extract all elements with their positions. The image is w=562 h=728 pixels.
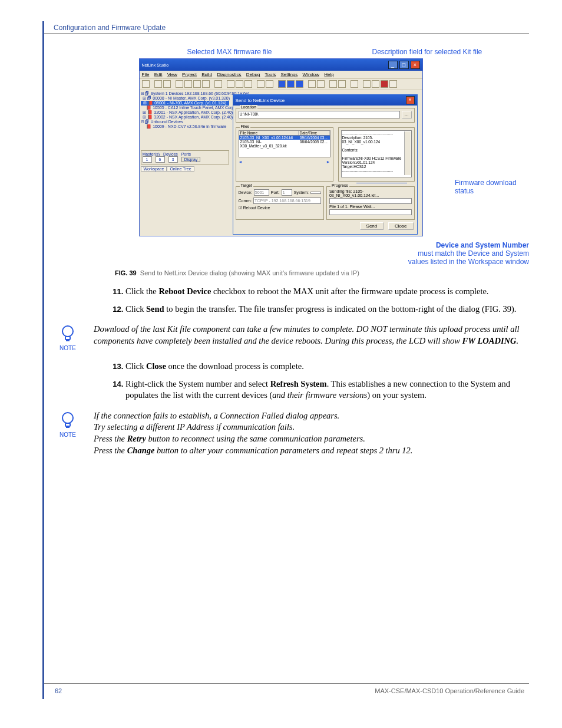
figure-caption: FIG. 39 Send to NetLinx Device dialog (s… xyxy=(115,269,529,276)
toolbar-icon[interactable] xyxy=(244,80,252,88)
menu-diagnostics[interactable]: Diagnostics xyxy=(217,72,241,77)
toolbar-icon[interactable] xyxy=(338,80,346,88)
device-field[interactable]: 5001 xyxy=(254,189,269,196)
list-row-selected[interactable]: 2105-03_NI_X00_v1.00.124.kit 09/16/2004 … xyxy=(239,136,330,140)
tree-unbound[interactable]: ⊟ 🗐 Unbound Devices xyxy=(141,120,229,124)
callout-firmware-status: Firmware download status xyxy=(455,179,529,195)
svg-rect-4 xyxy=(65,423,70,426)
col-datetime[interactable]: Date/Time xyxy=(299,131,330,135)
menu-debug[interactable]: Debug xyxy=(246,72,260,77)
col-filename[interactable]: File Name xyxy=(239,131,299,135)
toolbar-icon[interactable] xyxy=(163,80,171,88)
callout-description: Description field for selected Kit file xyxy=(361,48,530,56)
workspace-tree: ⊟ 🗐 System 1 Devices 192.168.168.66 (60:… xyxy=(140,90,230,232)
app-title: NetLinx Studio xyxy=(142,63,169,67)
description-box: ----------------------------------------… xyxy=(341,130,412,177)
toolbar-icon[interactable] xyxy=(257,80,265,88)
toolbar xyxy=(140,79,422,90)
close-icon[interactable]: × xyxy=(411,61,420,69)
scroll-left-icon[interactable]: ◄ xyxy=(239,160,243,164)
toolbar-icon[interactable] xyxy=(381,80,388,88)
progress-bar xyxy=(329,209,412,215)
tab-workspace[interactable]: Workspace xyxy=(141,166,167,172)
toolbar-icon[interactable] xyxy=(193,80,201,88)
page-footer: 62 MAX-CSE/MAX-CSD10 Operation/Reference… xyxy=(44,683,529,694)
toolbar-icon[interactable] xyxy=(266,80,273,88)
toolbar-icon[interactable] xyxy=(236,80,243,88)
svg-rect-1 xyxy=(65,337,70,340)
app-window: NetLinx Studio _ □ × File Edit View Proj… xyxy=(139,58,423,236)
display-button[interactable]: Display xyxy=(181,157,201,162)
port-field[interactable]: 1 xyxy=(282,189,292,196)
tab-online-tree[interactable]: Online Tree xyxy=(167,166,194,172)
location-group: Location U:\NI-700\ ... xyxy=(236,108,415,123)
step-11: Click the Reboot Device checkbox to rebo… xyxy=(125,286,529,298)
toolbar-icon[interactable] xyxy=(227,80,234,88)
system-field[interactable] xyxy=(310,192,321,194)
toolbar-icon[interactable] xyxy=(389,80,397,88)
scrollbar[interactable] xyxy=(404,131,411,175)
menu-build[interactable]: Build xyxy=(201,72,212,77)
toolbar-icon[interactable] xyxy=(308,80,316,88)
toolbar-icon[interactable] xyxy=(363,80,371,88)
toolbar-icon[interactable] xyxy=(278,80,286,88)
files-group: Files File Name Date/Time 2105-03_NI_X00… xyxy=(236,127,333,182)
location-field[interactable]: U:\NI-700\ xyxy=(239,111,400,118)
dialog-title: Send to NetLinx Device xyxy=(236,98,285,103)
toolbar-icon[interactable] xyxy=(329,80,337,88)
menu-window[interactable]: Window xyxy=(303,72,319,77)
menu-help[interactable]: Help xyxy=(324,72,333,77)
dialog-close-icon[interactable]: × xyxy=(406,96,415,104)
devices-field[interactable]: 6 xyxy=(156,156,165,163)
files-listbox[interactable]: File Name Date/Time 2105-03_NI_X00_v1.00… xyxy=(239,130,330,157)
step-14: Right-click the System number and select… xyxy=(125,378,529,401)
dialog-titlebar: Send to NetLinx Device × xyxy=(233,95,417,106)
close-button[interactable]: Close xyxy=(388,222,413,230)
toolbar-icon[interactable] xyxy=(317,80,325,88)
ports-field[interactable]: 3 xyxy=(168,156,178,163)
target-legend: Target xyxy=(240,183,253,187)
comm-field: TCP/IP - 192.168.168.66:1319 xyxy=(253,197,321,204)
scroll-right-icon[interactable]: ► xyxy=(326,160,330,164)
progress-legend: Progress xyxy=(330,183,349,187)
send-button[interactable]: Send xyxy=(360,222,384,230)
page-header: Configuration and Firmware Update xyxy=(44,21,529,34)
toolbar-icon[interactable] xyxy=(296,80,303,88)
tree-item[interactable]: 📕 10009 - NXD-CV7 v2.56.84e in firmware xyxy=(141,124,229,129)
browse-button[interactable]: ... xyxy=(402,111,412,118)
toolbar-icon[interactable] xyxy=(176,80,183,88)
tree-item[interactable]: 📕 10505 - CA12 Inline Touch Panel, AMX C… xyxy=(141,106,229,110)
toolbar-icon[interactable] xyxy=(142,80,150,88)
menubar: File Edit View Project Build Diagnostics… xyxy=(140,71,422,79)
toolbar-icon[interactable] xyxy=(184,80,192,88)
tree-item-selected[interactable]: ⊞ 📕 05001 - NI-700, AMX Corp. (v1.01.124… xyxy=(141,101,229,106)
description-group: ----------------------------------------… xyxy=(338,127,415,182)
note-1: NOTE Download of the last Kit file compo… xyxy=(56,324,529,351)
toolbar-icon[interactable] xyxy=(351,80,358,88)
reboot-checkbox[interactable]: ☑ xyxy=(239,206,242,210)
menu-edit[interactable]: Edit xyxy=(154,72,163,77)
toolbar-icon[interactable] xyxy=(202,80,210,88)
note-2: NOTE If the connection fails to establis… xyxy=(56,410,529,456)
menu-project[interactable]: Project xyxy=(182,72,197,77)
maximize-icon[interactable]: □ xyxy=(399,61,409,69)
menu-view[interactable]: View xyxy=(167,72,177,77)
list-row[interactable]: 2105-03_NI-X00_Master_v3_01_320.kit 08/0… xyxy=(239,140,330,148)
send-to-netlinx-dialog: Send to NetLinx Device × Location U:\NI-… xyxy=(233,94,418,235)
toolbar-icon[interactable] xyxy=(214,80,222,88)
toolbar-icon[interactable] xyxy=(154,80,162,88)
tree-item[interactable]: ⊞ 🗐 00000 - NI Master, AMX Corp. (v3.01.… xyxy=(141,96,229,101)
workspace-tabs: WorkspaceOnline Tree xyxy=(141,167,229,171)
location-legend: Location xyxy=(240,105,257,109)
menu-settings[interactable]: Settings xyxy=(280,72,297,77)
menu-tools[interactable]: Tools xyxy=(265,72,276,77)
masters-field[interactable]: 1 xyxy=(143,156,152,163)
tree-item[interactable]: ⊞ 📕 32002 - NSX Application, AMX Corp. (… xyxy=(141,115,229,120)
toolbar-icon[interactable] xyxy=(372,80,379,88)
tree-root[interactable]: ⊟ 🗐 System 1 Devices 192.168.168.66 (60:… xyxy=(141,91,229,96)
menu-file[interactable]: File xyxy=(142,72,150,77)
toolbar-icon[interactable] xyxy=(287,80,295,88)
step-12: Click Send to begin the transfer. The fi… xyxy=(125,304,529,315)
tree-item[interactable]: ⊞ 📕 32001 - NSX Application, AMX Corp. (… xyxy=(141,110,229,115)
minimize-icon[interactable]: _ xyxy=(388,61,398,69)
